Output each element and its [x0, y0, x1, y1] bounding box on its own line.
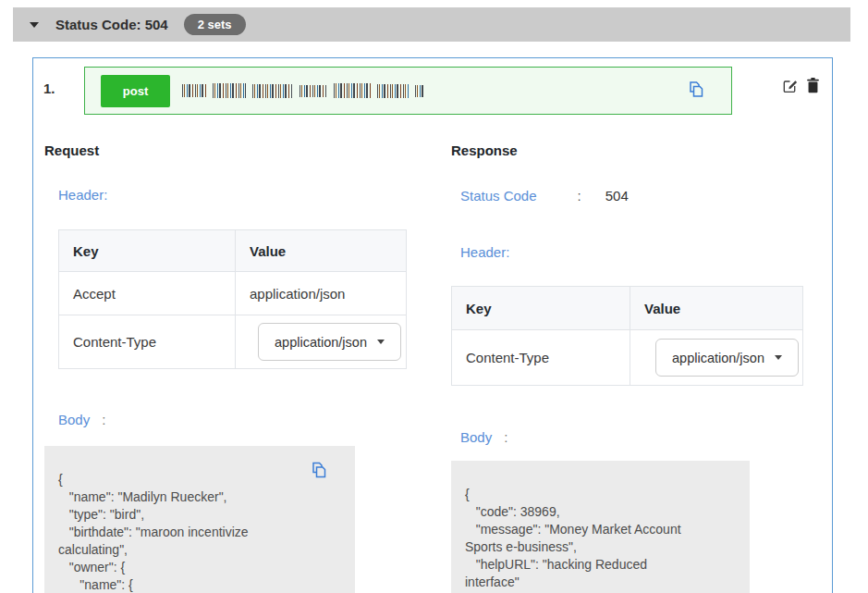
copy-request-body-button[interactable] [310, 461, 328, 482]
request-section-title: Request [44, 142, 99, 158]
status-code-colon: : [578, 188, 581, 204]
method-badge: post [101, 75, 170, 107]
response-table-value-header: Value [630, 287, 803, 330]
sets-count-badge: 2 sets [184, 14, 246, 35]
response-header-key: Content-Type [452, 330, 630, 386]
entry-card: 1. post [32, 57, 833, 593]
trash-icon [805, 77, 821, 94]
request-header-value: application/json [236, 272, 407, 315]
request-headers-table: Key Value Accept application/json Conten… [58, 229, 407, 369]
request-body-label: Body [58, 412, 90, 427]
request-header-row: Content-Type application/json [59, 315, 407, 369]
entry-summary-row[interactable]: post [84, 67, 732, 115]
status-code-value: 504 [605, 188, 629, 204]
edit-pencil-icon [781, 77, 799, 94]
copy-url-button[interactable] [687, 80, 705, 102]
request-body-json: { "name": "Madilyn Ruecker", "type": "bi… [44, 446, 355, 593]
request-table-key-header: Key [59, 230, 236, 272]
url-masked-segment [252, 84, 293, 98]
response-body-label-line: Body : [460, 429, 507, 445]
delete-button[interactable] [803, 77, 822, 95]
response-header-row: Content-Type application/json [452, 330, 803, 386]
request-content-type-select[interactable]: application/json [258, 323, 401, 361]
copy-icon [310, 461, 328, 479]
request-header-key: Accept [59, 272, 236, 315]
url-masked-segment [334, 83, 371, 98]
entry-index: 1. [43, 80, 55, 96]
response-content-type-selected: application/json [672, 351, 764, 365]
response-section-title: Response [451, 142, 518, 158]
chevron-down-icon [775, 355, 782, 360]
status-code-label: Status Code [460, 188, 537, 204]
url-masked [182, 83, 424, 98]
response-headers-table: Key Value Content-Type application/json [451, 286, 803, 386]
accordion-header[interactable]: Status Code: 504 2 sets [13, 7, 850, 42]
url-masked-segment [415, 85, 424, 97]
edit-button[interactable] [780, 77, 799, 95]
request-content-type-selected: application/json [275, 335, 367, 350]
chevron-down-icon [377, 340, 385, 344]
request-header-key: Content-Type [59, 315, 236, 369]
url-masked-segment [213, 83, 246, 98]
url-masked-segment [182, 84, 206, 97]
response-body-box: { "code": 38969, "message": "Money Marke… [451, 461, 750, 593]
caret-down-icon[interactable] [30, 22, 39, 28]
response-table-key-header: Key [452, 287, 630, 330]
request-body-label-line: Body : [58, 412, 105, 427]
accordion-title: Status Code: 504 [55, 17, 168, 32]
response-body-label: Body [460, 429, 492, 445]
request-table-value-header: Value [236, 230, 407, 272]
response-body-colon: : [504, 429, 507, 445]
request-header-label: Header: [58, 187, 107, 203]
response-header-label: Header: [460, 244, 509, 260]
response-status-line: Status Code : 504 [460, 188, 629, 204]
request-body-colon: : [102, 412, 105, 427]
response-content-type-select[interactable]: application/json [655, 339, 799, 377]
request-header-row: Accept application/json [59, 272, 407, 315]
request-body-box: { "name": "Madilyn Ruecker", "type": "bi… [44, 446, 355, 593]
url-masked-segment [377, 84, 409, 98]
response-body-json: { "code": 38969, "message": "Money Marke… [451, 461, 750, 593]
url-masked-segment [300, 85, 327, 97]
copy-icon [687, 80, 705, 99]
